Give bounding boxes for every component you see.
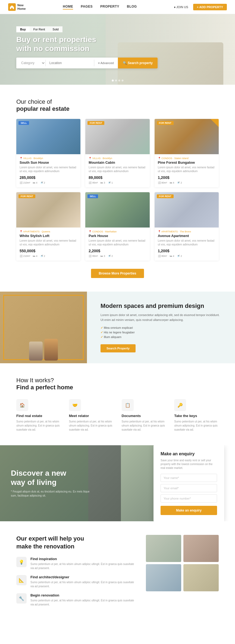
- property-badge: For Rent: [157, 194, 174, 198]
- property-price: 550,000$: [20, 249, 77, 253]
- property-baths: 🚿 2: [40, 181, 45, 184]
- property-image: For Rent: [155, 192, 219, 228]
- join-link[interactable]: ♦ JOIN US: [174, 5, 188, 9]
- add-property-button[interactable]: + ADD PROPERTY: [193, 4, 227, 10]
- expert-image: [146, 564, 181, 591]
- property-image: Sell: [16, 119, 80, 154]
- expert-item-desc: Sumo petentium ut per, at his wlsim ulnu…: [30, 598, 138, 607]
- property-name: South Sun House: [20, 160, 77, 165]
- property-card[interactable]: Sell 📍 CONDOS · Manhattan Park House Lor…: [85, 192, 149, 261]
- property-card[interactable]: Sell 📍 VILLAS · Brooklyn South Sun House…: [16, 119, 80, 187]
- hero-tabs: Buy For Rent Sold: [16, 26, 158, 32]
- popular-heading: Our choice of popular real estate: [16, 98, 219, 112]
- enquiry-phone-input[interactable]: [161, 494, 217, 503]
- nav-home[interactable]: HOME: [63, 5, 73, 10]
- modern-section: Modern spaces and premium design Lorem i…: [0, 292, 235, 363]
- nav-pages[interactable]: PAGES: [81, 5, 93, 10]
- how-heading-light: How It works?: [16, 377, 54, 384]
- popular-heading-bold: popular real estate: [16, 105, 70, 112]
- property-type: 📍 CONDOS · Staten Island: [158, 157, 215, 160]
- how-step-desc: Sumo petentium ut per, at his wlsim ulnu…: [16, 419, 61, 432]
- property-meta: ⬜ 80m² 🛏 4 🚿 2: [158, 181, 215, 184]
- dot-2[interactable]: [115, 80, 117, 81]
- property-rooms: 🛏 3: [101, 181, 105, 184]
- properties-grid: Sell 📍 VILLAS · Brooklyn South Sun House…: [16, 119, 219, 261]
- property-card[interactable]: For Rent 📍 CONDOS · Staten Island Pine F…: [155, 119, 219, 187]
- property-type: 📍 CONDOS · Manhattan: [89, 230, 146, 233]
- how-step: 🤝 Meet relator Sumo petentium ut per, at…: [69, 399, 114, 432]
- browse-more-button[interactable]: Browse More Properties: [91, 269, 144, 278]
- hero-content: Buy For Rent Sold Buy or rent properties…: [16, 26, 158, 68]
- nav-blog[interactable]: BLOG: [127, 5, 137, 10]
- dot-4[interactable]: [121, 80, 123, 81]
- nav-property[interactable]: PROPERTY: [100, 5, 119, 10]
- property-image: For Rent: [85, 119, 149, 154]
- modern-search-button[interactable]: Search Property: [101, 344, 136, 352]
- property-desc: Lorem ipsum dolor sit amet, vos nemere f…: [20, 166, 77, 173]
- property-type: 📍 APARTMENTS · Queens: [20, 230, 77, 233]
- how-grid: 🏠 Find real estate Sumo petentium ut per…: [16, 399, 219, 432]
- property-desc: Lorem ipsum dolor sit amet, vos nemere f…: [158, 239, 215, 247]
- expert-item-text: Find inspiration Sumo petentium ut per, …: [30, 557, 138, 570]
- person-2: [44, 339, 58, 361]
- enquiry-panel: Make an enquiry Save your time and easil…: [153, 445, 224, 521]
- property-price: 1,200$: [158, 249, 215, 253]
- how-step-title: Find real estate: [16, 414, 61, 418]
- property-baths: 🚿 2: [177, 181, 182, 184]
- expert-title: Our expert will help youmake the renovat…: [16, 535, 138, 550]
- expert-item-title: Find architect/designer: [30, 575, 138, 579]
- property-desc: Lorem ipsum dolor sit amet, vos nemere f…: [20, 239, 77, 247]
- enquiry-name-input[interactable]: [161, 474, 217, 482]
- expert-item-text: Find architect/designer Sumo petentium u…: [30, 575, 138, 588]
- property-image: Sell: [85, 192, 149, 228]
- property-area: ⬜ 80m²: [158, 255, 167, 257]
- property-name: Avenue Apartment: [158, 234, 215, 238]
- modern-desc: Lorem ipsum dolor sit amet, consectetur …: [101, 313, 221, 322]
- enquiry-desc: Save your time and easily rent or sell y…: [161, 459, 217, 470]
- nav-links: HOME PAGES PROPERTY BLOG: [63, 5, 137, 10]
- enquiry-submit-button[interactable]: Make an enquiry: [161, 506, 217, 515]
- hero-search-bar: Category ≡ Advanced 🔍 Search property: [16, 58, 158, 68]
- property-area: ⬜ 80m²: [158, 181, 167, 184]
- property-baths: 🚿 2: [108, 255, 113, 257]
- hero-section: Buy For Rent Sold Buy or rent properties…: [0, 14, 235, 85]
- property-type: 📍 VILLAS · Brooklyn: [89, 157, 146, 160]
- property-rooms: 🛏 4: [170, 255, 174, 257]
- property-badge: For Rent: [18, 194, 35, 198]
- property-desc: Lorem ipsum dolor sit amet, vos nemere f…: [89, 239, 146, 247]
- expert-item: 🔧 Begin renovation Sumo petentium ut per…: [16, 593, 138, 607]
- property-card[interactable]: For Rent 📍 APARTMENTS · Queens White Sty…: [16, 192, 80, 261]
- enquiry-title: Make an enquiry: [161, 452, 217, 456]
- expert-item-desc: Sumo petentium ut per, at his wlsim ulnu…: [30, 580, 138, 588]
- logo-icon: [8, 3, 16, 11]
- property-card[interactable]: For Rent 📍 VILLAS · Brooklyn Mountain Ca…: [85, 119, 149, 187]
- discover-section: Discover a new way of living * Feugait a…: [0, 445, 235, 521]
- modern-list-item: Mea omnium explicari: [101, 326, 221, 330]
- property-badge: For Rent: [87, 121, 104, 125]
- logo[interactable]: NewHome: [8, 3, 26, 11]
- advanced-button[interactable]: ≡ Advanced: [94, 58, 118, 68]
- expert-item-icon: 📐: [16, 575, 27, 585]
- property-card[interactable]: For Rent 📍 APARTMENTS · The Bronx Avenue…: [155, 192, 219, 261]
- tab-buy[interactable]: Buy: [16, 26, 30, 32]
- tab-rent[interactable]: For Rent: [30, 26, 49, 32]
- property-area: ⬜ 210m²: [20, 255, 30, 257]
- expert-left: Our expert will help youmake the renovat…: [16, 535, 138, 607]
- dot-3[interactable]: [118, 80, 120, 81]
- discover-title: Discover a new way of living: [11, 469, 92, 487]
- expert-item: 💡 Find inspiration Sumo petentium ut per…: [16, 557, 138, 570]
- location-input[interactable]: [46, 58, 94, 68]
- expert-image: [146, 535, 181, 562]
- search-button[interactable]: 🔍 Search property: [118, 58, 158, 68]
- property-meta: ⬜ 210m² 🛏 4 🚿 2: [20, 255, 77, 257]
- tab-sold[interactable]: Sold: [49, 26, 62, 32]
- modern-list-item: Illum aliquam: [101, 335, 221, 339]
- how-step-title: Documents: [122, 414, 166, 418]
- discover-desc: * Feugait aliqum duis at, eu tincidunt a…: [11, 490, 92, 498]
- expert-item-icon: 💡: [16, 557, 27, 567]
- category-select[interactable]: Category: [16, 58, 45, 68]
- dot-1[interactable]: [112, 80, 114, 81]
- enquiry-email-input[interactable]: [161, 484, 217, 492]
- corner-badge: [211, 119, 219, 127]
- how-step-desc: Sumo petentium ut per, at his wlsim ulnu…: [122, 419, 166, 432]
